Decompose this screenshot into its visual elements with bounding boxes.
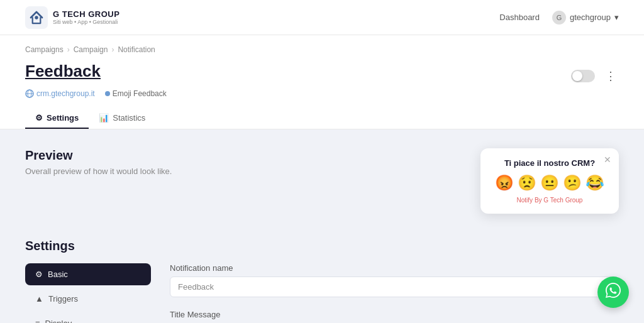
notification-name-group: Notification name [170, 263, 619, 297]
settings-tab-label: Settings [47, 113, 79, 123]
header-right: Dashboard G gtechgroup ▾ [499, 11, 619, 25]
whatsapp-button[interactable] [597, 276, 629, 308]
settings-tab-icon: ⚙ [35, 113, 43, 123]
statistics-tab-label: Statistics [113, 113, 145, 123]
widget-close-icon[interactable]: ✕ [604, 155, 611, 165]
title-message-label: Title Message [170, 310, 619, 319]
tab-statistics[interactable]: 📊 Statistics [89, 108, 155, 129]
breadcrumb-campaigns[interactable]: Campaigns [25, 45, 64, 54]
logo: G TECH GROUP Siti web • App • Gestionali [25, 6, 119, 29]
notification-name-input[interactable] [170, 276, 619, 297]
more-options-icon[interactable]: ⋮ [602, 67, 619, 85]
dashboard-link[interactable]: Dashboard [499, 13, 540, 22]
page-header: Feedback ⋮ [0, 59, 644, 85]
emoji-3[interactable]: 😐 [540, 174, 559, 192]
display-label: Display [45, 319, 72, 323]
active-toggle[interactable] [571, 70, 595, 82]
user-name: gtechgroup [570, 13, 611, 22]
emoji-4[interactable]: 😕 [563, 174, 582, 192]
page-title: Feedback [25, 62, 101, 81]
meta-row: crm.gtechgroup.it Emoji Feedback [0, 85, 644, 98]
breadcrumb-campaign[interactable]: Campaign [74, 45, 108, 54]
nav-item-triggers[interactable]: ▲ Triggers [25, 288, 151, 310]
basic-label: Basic [48, 270, 68, 279]
emoji-2[interactable]: 😟 [518, 174, 536, 192]
notification-name-label: Notification name [170, 263, 619, 273]
header: G TECH GROUP Siti web • App • Gestionali… [0, 0, 644, 35]
settings-wrapper: Settings ⚙ Basic ▲ Triggers ≡ Display ✏ [25, 239, 619, 323]
whatsapp-icon [604, 282, 622, 304]
tabs: ⚙ Settings 📊 Statistics [0, 98, 644, 129]
user-avatar: G [552, 11, 566, 25]
content-area: Preview Overall preview of how it would … [0, 129, 644, 323]
user-chevron-icon: ▾ [614, 13, 619, 22]
breadcrumb-sep-2: › [111, 45, 114, 54]
title-message-group: Title Message [170, 310, 619, 323]
logo-name: G TECH GROUP [53, 9, 119, 19]
site-url-item: crm.gtechgroup.it [25, 89, 95, 98]
tag-label: Emoji Feedback [113, 89, 167, 98]
settings-nav: ⚙ Basic ▲ Triggers ≡ Display ✏ Customize [25, 263, 151, 323]
emoji-1[interactable]: 😡 [495, 174, 514, 192]
emoji-row: 😡 😟 😐 😕 😂 [493, 174, 606, 192]
widget-footer: Notify By G Tech Group [493, 197, 606, 204]
logo-subtitle: Siti web • App • Gestionali [53, 19, 119, 25]
widget-title: Ti piace il nostro CRM? [493, 158, 606, 168]
breadcrumb-sep-1: › [67, 45, 70, 54]
page-header-actions: ⋮ [571, 67, 619, 85]
nav-item-display[interactable]: ≡ Display [25, 312, 151, 323]
user-menu[interactable]: G gtechgroup ▾ [552, 11, 619, 25]
emoji-5[interactable]: 😂 [586, 174, 604, 192]
tab-settings[interactable]: ⚙ Settings [25, 108, 89, 129]
basic-icon: ⚙ [35, 270, 43, 279]
breadcrumb: Campaigns › Campaign › Notification [0, 35, 644, 59]
logo-icon [25, 6, 48, 29]
preview-description: Overall preview of how it would look lik… [25, 167, 455, 176]
tag-item: Emoji Feedback [105, 89, 167, 98]
page-title-area: Feedback [25, 62, 101, 81]
settings-section: ⚙ Basic ▲ Triggers ≡ Display ✏ Customize [25, 263, 619, 323]
statistics-tab-icon: 📊 [99, 113, 109, 123]
preview-title: Preview [25, 148, 455, 163]
settings-title: Settings [25, 239, 619, 253]
preview-widget: ✕ Ti piace il nostro CRM? 😡 😟 😐 😕 😂 Noti… [480, 148, 619, 214]
triggers-icon: ▲ [35, 294, 43, 304]
svg-point-1 [35, 16, 38, 19]
breadcrumb-current: Notification [118, 45, 155, 54]
logo-text: G TECH GROUP Siti web • App • Gestionali [53, 9, 119, 25]
display-icon: ≡ [35, 319, 40, 323]
tag-dot [105, 91, 110, 96]
site-url[interactable]: crm.gtechgroup.it [36, 89, 95, 98]
preview-text: Preview Overall preview of how it would … [25, 148, 455, 176]
preview-section: Preview Overall preview of how it would … [25, 148, 619, 214]
globe-icon [25, 89, 34, 98]
settings-form: Notification name Title Message Thank yo… [170, 263, 619, 323]
triggers-label: Triggers [48, 294, 78, 304]
nav-item-basic[interactable]: ⚙ Basic [25, 263, 151, 285]
